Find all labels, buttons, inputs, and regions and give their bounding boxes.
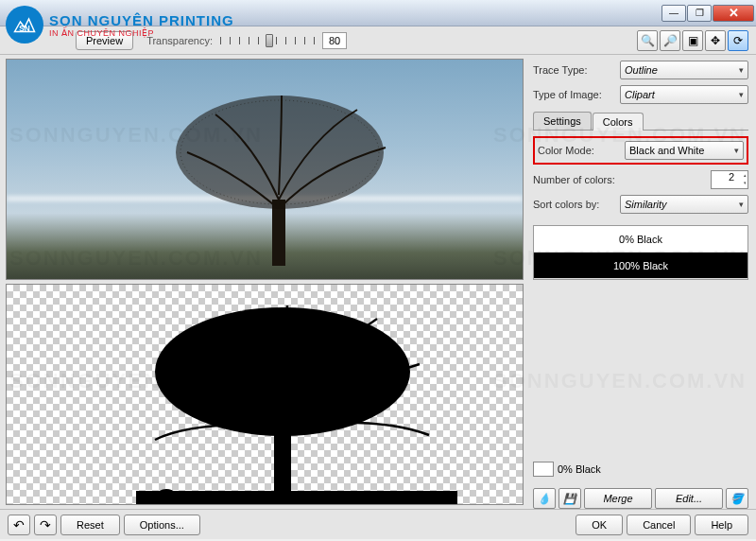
sort-colors-dropdown[interactable]: Similarity	[620, 195, 748, 214]
trace-type-dropdown[interactable]: Outline	[620, 61, 748, 79]
slider-handle[interactable]	[266, 34, 273, 47]
color-mode-highlight: Color Mode: Black and White	[533, 136, 748, 165]
svg-point-2	[176, 96, 384, 209]
eyedropper-button[interactable]: 💧	[533, 488, 556, 509]
redo-button[interactable]: ↷	[34, 515, 57, 535]
fit-icon[interactable]: ▣	[682, 30, 703, 51]
maximize-button[interactable]: ❐	[687, 5, 712, 22]
image-type-label: Type of Image:	[533, 89, 616, 100]
merge-button[interactable]: Merge	[584, 488, 652, 509]
cancel-button[interactable]: Cancel	[627, 515, 691, 535]
zoom-in-icon[interactable]: 🔍	[637, 30, 658, 51]
trace-type-label: Trace Type:	[533, 64, 616, 76]
swatch-save-button[interactable]: 💾	[558, 488, 581, 509]
close-button[interactable]: ✕	[713, 5, 754, 22]
ok-button[interactable]: OK	[576, 515, 623, 535]
color-mode-dropdown[interactable]: Black and White	[625, 141, 744, 160]
trace-options-panel: Trace Type: Outline Type of Image: Clipa…	[529, 55, 756, 509]
preview-button[interactable]: Preview	[76, 31, 133, 50]
selected-color-label: 0% Black	[558, 463, 601, 475]
dialog-footer: ↶ ↷ Reset Options... OK Cancel Help	[0, 509, 756, 539]
edit-button[interactable]: Edit...	[655, 488, 723, 509]
tab-settings[interactable]: Settings	[533, 112, 592, 130]
rotate-icon[interactable]: ⟳	[728, 30, 748, 51]
traced-tree-silhouette	[136, 298, 457, 505]
pan-icon[interactable]: ✥	[705, 30, 726, 51]
transparency-slider[interactable]	[220, 32, 315, 49]
minimize-button[interactable]: —	[662, 5, 686, 22]
transparency-label: Transparency:	[146, 35, 213, 46]
traced-preview	[6, 284, 524, 505]
source-tree-image	[159, 86, 423, 268]
tab-colors[interactable]: Colors	[593, 113, 644, 131]
color-item-black[interactable]: 100% Black	[534, 253, 747, 279]
sort-colors-label: Sort colors by:	[533, 199, 616, 210]
num-colors-label: Number of colors:	[533, 174, 637, 185]
svg-rect-1	[272, 200, 285, 266]
undo-button[interactable]: ↶	[8, 515, 30, 535]
color-mode-label: Color Mode:	[538, 145, 621, 156]
image-type-dropdown[interactable]: Clipart	[620, 85, 748, 104]
selected-color-swatch[interactable]	[533, 462, 554, 477]
options-button[interactable]: Options...	[124, 515, 200, 535]
color-list[interactable]: 0% Black 100% Black	[533, 225, 748, 280]
original-preview	[6, 59, 524, 280]
help-button[interactable]: Help	[695, 515, 748, 535]
color-item-white[interactable]: 0% Black	[534, 226, 747, 253]
toolbar: Preview Transparency: 🔍 🔎 ▣ ✥ ⟳	[0, 26, 756, 55]
reset-button[interactable]: Reset	[60, 515, 120, 535]
num-colors-input[interactable]: 2	[711, 170, 748, 189]
transparency-input[interactable]	[322, 32, 347, 49]
zoom-out-icon[interactable]: 🔎	[660, 30, 680, 51]
bucket-button[interactable]: 🪣	[726, 488, 748, 509]
